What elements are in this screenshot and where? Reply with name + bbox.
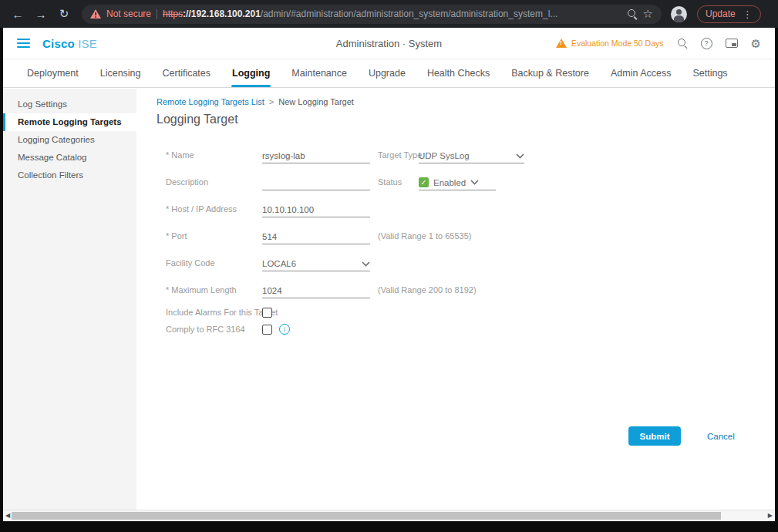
tab-licensing[interactable]: Licensing	[89, 59, 152, 87]
breadcrumb-link-targets-list[interactable]: Remote Logging Targets List	[157, 97, 264, 106]
sidebar-item-logging-categories[interactable]: Logging Categories	[3, 131, 136, 149]
browser-reload-icon[interactable]: ↻	[54, 7, 74, 21]
zoom-icon[interactable]	[627, 8, 638, 19]
brand-cisco: Cisco	[42, 37, 75, 50]
host-field	[262, 205, 370, 217]
breadcrumb: Remote Logging Targets List>New Logging …	[157, 97, 354, 106]
system-tabbar: Deployment Licensing Certificates Loggin…	[3, 59, 775, 88]
submit-button[interactable]: Submit	[628, 426, 681, 446]
ise-header: Cisco ISE Administration · System Evalua…	[3, 28, 775, 59]
status-value: Enabled	[433, 178, 466, 187]
evaluation-mode-label[interactable]: Evaluation Mode 50 Days	[571, 39, 664, 48]
target-type-value: UDP SysLog	[419, 151, 470, 160]
rfc-3164-checkbox[interactable]	[262, 325, 272, 335]
facility-code-label: Facility Code	[166, 258, 262, 271]
url-path: /admin/#administration/administration_sy…	[261, 8, 558, 19]
main-area: Log Settings Remote Logging Targets Logg…	[3, 89, 775, 510]
include-alarms-label: Include Alarms For this Target	[166, 308, 262, 317]
host-input[interactable]	[262, 205, 370, 214]
tab-deployment[interactable]: Deployment	[16, 59, 89, 87]
not-secure-label: Not secure	[106, 8, 151, 19]
update-label: Update	[706, 8, 736, 19]
browser-back-icon[interactable]: ←	[8, 8, 28, 21]
cancel-button[interactable]: Cancel	[707, 432, 735, 441]
tab-admin-access[interactable]: Admin Access	[600, 59, 682, 87]
target-type-dropdown[interactable]: UDP SysLog	[419, 151, 524, 163]
facility-code-dropdown[interactable]: LOCAL6	[262, 259, 370, 271]
port-label: * Port	[166, 231, 262, 244]
chevron-down-icon	[470, 180, 479, 185]
status-label: Status	[378, 177, 419, 190]
form-row-max-length: * Maximum Length (Valid Range 200 to 819…	[166, 271, 524, 298]
form-actions: Submit Cancel	[628, 426, 735, 446]
evaluation-warning-icon	[556, 39, 567, 48]
tab-upgrade[interactable]: Upgrade	[358, 59, 416, 87]
scroll-left-icon[interactable]: ◀	[5, 512, 10, 519]
tab-maintenance[interactable]: Maintenance	[281, 59, 358, 87]
description-input[interactable]	[262, 178, 370, 187]
form-row-description: Description Status ✓ Enabled	[166, 163, 524, 190]
browser-forward-icon[interactable]: →	[31, 8, 51, 21]
tab-certificates[interactable]: Certificates	[152, 59, 222, 87]
info-icon[interactable]: i	[279, 324, 290, 335]
sidebar-item-message-catalog[interactable]: Message Catalog	[3, 149, 136, 167]
status-dropdown[interactable]: ✓ Enabled	[419, 177, 496, 190]
form-row-facility: Facility Code LOCAL6	[166, 244, 524, 271]
sidebar-item-remote-logging-targets[interactable]: Remote Logging Targets	[3, 113, 136, 131]
form-row-include-alarms: Include Alarms For this Target	[166, 304, 524, 321]
include-alarms-checkbox[interactable]	[262, 308, 272, 318]
app-logo[interactable]: Cisco ISE	[42, 37, 97, 50]
horizontal-scrollbar[interactable]: ◀ ▶	[3, 510, 775, 521]
description-label: Description	[166, 177, 262, 190]
status-enabled-check-icon: ✓	[419, 177, 429, 187]
browser-chrome: ← → ↻ Not secure https://192.168.100.201…	[0, 0, 778, 28]
browser-menu-icon[interactable]: ⋮	[743, 8, 753, 20]
chevron-down-icon	[362, 261, 370, 267]
tab-logging[interactable]: Logging	[221, 59, 281, 87]
facility-code-value: LOCAL6	[262, 259, 296, 268]
max-length-input[interactable]	[262, 286, 370, 295]
omnibox-divider	[157, 9, 157, 19]
bookmark-star-icon[interactable]: ☆	[643, 7, 653, 21]
max-length-field	[262, 286, 370, 298]
form-row-port: * Port (Valid Range 1 to 65535)	[166, 217, 524, 244]
breadcrumb-current: New Logging Target	[278, 97, 354, 106]
brand-ise: ISE	[78, 37, 97, 50]
sidebar-item-collection-filters[interactable]: Collection Filters	[3, 167, 136, 184]
open-window-icon[interactable]	[726, 39, 738, 48]
tab-health-checks[interactable]: Health Checks	[416, 59, 500, 87]
name-field	[262, 151, 370, 163]
chevron-down-icon	[516, 153, 524, 159]
header-actions: Evaluation Mode 50 Days ? ⚙	[556, 38, 761, 49]
help-icon[interactable]: ?	[701, 38, 712, 49]
port-field	[262, 232, 370, 244]
logging-target-form: * Name Target Type UDP SysLog Descriptio…	[166, 136, 524, 338]
content-panel: Remote Logging Targets List>New Logging …	[136, 89, 775, 510]
menu-hamburger-icon[interactable]	[17, 39, 30, 49]
host-label: * Host / IP Address	[166, 204, 262, 217]
description-field	[262, 178, 370, 190]
browser-profile-avatar[interactable]	[671, 6, 687, 22]
port-input[interactable]	[262, 232, 370, 241]
form-row-host: * Host / IP Address	[166, 190, 524, 217]
name-input[interactable]	[262, 151, 370, 160]
url-protocol: https	[163, 8, 183, 19]
address-bar[interactable]: Not secure https://192.168.100.201/admin…	[82, 5, 662, 24]
url-host: ://192.168.100.201	[183, 8, 261, 19]
settings-gear-icon[interactable]: ⚙	[751, 38, 761, 49]
app-window: Cisco ISE Administration · System Evalua…	[3, 28, 775, 521]
page-title: Logging Target	[157, 113, 238, 126]
tab-backup-restore[interactable]: Backup & Restore	[500, 59, 600, 87]
form-row-name: * Name Target Type UDP SysLog	[166, 136, 524, 163]
not-secure-warning-icon	[90, 9, 101, 19]
search-icon[interactable]	[677, 38, 688, 49]
browser-update-button[interactable]: Update ⋮	[697, 5, 761, 23]
scroll-right-icon[interactable]: ▶	[768, 512, 773, 519]
scrollbar-thumb[interactable]	[12, 512, 721, 520]
port-range-hint: (Valid Range 1 to 65535)	[378, 231, 472, 244]
sidebar-item-log-settings[interactable]: Log Settings	[3, 96, 136, 113]
breadcrumb-separator: >	[269, 97, 274, 106]
name-label: * Name	[166, 150, 262, 163]
tab-settings[interactable]: Settings	[682, 59, 738, 87]
max-length-label: * Maximum Length	[166, 285, 262, 298]
